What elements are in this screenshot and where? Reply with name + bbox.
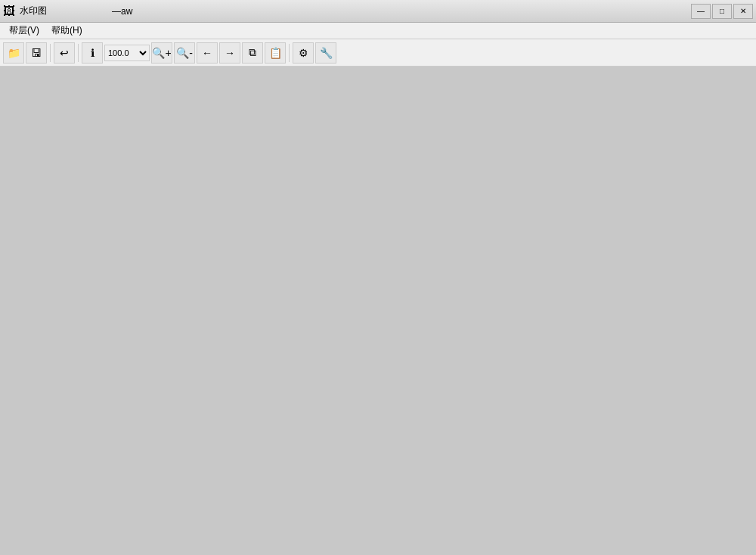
maximize-button[interactable]: □: [712, 4, 732, 19]
toolbar-btn-undo[interactable]: ↩: [54, 42, 75, 64]
zoom-select[interactable]: 100.0: [104, 45, 150, 61]
toolbar-btn-paste[interactable]: 📋: [265, 42, 286, 64]
toolbar-btn-tools[interactable]: 🔧: [315, 42, 336, 64]
app-icon: 🖼: [3, 5, 15, 18]
toolbar-btn-open[interactable]: 📁: [3, 42, 24, 64]
title-bar-controls: — □ ✕: [691, 4, 753, 19]
minimize-button[interactable]: —: [691, 4, 711, 19]
toolbar: 📁 🖫 ↩ ℹ 100.0 🔍+ 🔍- ← → ⧉ 📋 ⚙ 🔧: [0, 39, 756, 67]
toolbar-separator-1: [50, 44, 51, 62]
app-name: 水印图: [20, 5, 47, 17]
toolbar-separator-3: [289, 44, 290, 62]
toolbar-btn-zoom-in[interactable]: 🔍+: [151, 42, 172, 64]
close-button[interactable]: ✕: [733, 4, 753, 19]
menu-item-about[interactable]: 帮助(H): [45, 23, 88, 39]
toolbar-btn-save[interactable]: 🖫: [26, 42, 47, 64]
toolbar-btn-next[interactable]: →: [219, 42, 240, 64]
title-bar: 🖼 水印图 —aw — □ ✕: [0, 0, 756, 23]
toolbar-btn-copy[interactable]: ⧉: [242, 42, 263, 64]
menu-bar: 帮层(V) 帮助(H): [0, 23, 756, 39]
toolbar-btn-prev[interactable]: ←: [197, 42, 218, 64]
toolbar-btn-zoom-out[interactable]: 🔍-: [174, 42, 195, 64]
title-bar-left: 🖼 水印图 —aw: [3, 5, 132, 18]
toolbar-separator-2: [78, 44, 79, 62]
window-title: —aw: [112, 6, 132, 17]
toolbar-btn-info[interactable]: ℹ: [82, 42, 103, 64]
toolbar-btn-settings[interactable]: ⚙: [293, 42, 314, 64]
menu-item-help[interactable]: 帮层(V): [3, 23, 45, 39]
